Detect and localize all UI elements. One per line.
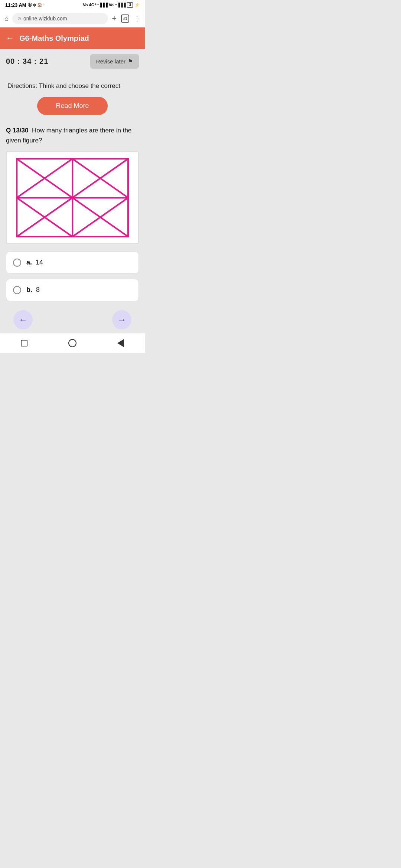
status-left: 11:23 AM ⓑ ψ 🏠 · (5, 2, 45, 8)
network-icons: Vo 4G⁺ᐧᐧ▐▐▐ Vo ᐧᐧ▐▐▐ (83, 3, 125, 7)
recent-apps-button[interactable] (19, 338, 29, 348)
timer-row: 00 : 34 : 21 Revise later ⚑ (6, 54, 139, 69)
directions-text: Directions: Think and choose the correct (7, 81, 137, 91)
question-section: Q 13/30 How many triangles are there in … (6, 125, 139, 145)
battery-icon: 3 (127, 2, 133, 8)
flag-icon: ⚑ (128, 58, 133, 65)
circle-icon (68, 339, 76, 347)
back-system-button[interactable] (115, 338, 126, 348)
status-bar: 11:23 AM ⓑ ψ 🏠 · Vo 4G⁺ᐧᐧ▐▐▐ Vo ᐧᐧ▐▐▐ 3 … (0, 0, 145, 10)
radio-a[interactable] (13, 259, 21, 267)
radio-b[interactable] (13, 286, 21, 294)
revise-later-button[interactable]: Revise later ⚑ (90, 54, 139, 69)
url-box[interactable]: ⊙ online.wizklub.com (12, 13, 108, 24)
status-right: Vo 4G⁺ᐧᐧ▐▐▐ Vo ᐧᐧ▐▐▐ 3 ⚡ (83, 2, 140, 8)
question-text: Q 13/30 How many triangles are there in … (6, 125, 139, 145)
option-a-label: a. 14 (26, 259, 43, 266)
tab-switcher[interactable]: :D (121, 14, 129, 23)
status-time: 11:23 AM (5, 2, 26, 8)
browser-actions: + :D ⋮ (112, 14, 140, 23)
triangle-figure (13, 155, 132, 240)
timer-display: 00 : 34 : 21 (6, 57, 48, 66)
main-content: 00 : 34 : 21 Revise later ⚑ Directions: … (0, 49, 145, 333)
question-number: Q 13/30 (6, 127, 29, 134)
page-title: G6-Maths Olympiad (19, 34, 89, 43)
option-b[interactable]: b. 8 (6, 279, 139, 301)
menu-icon[interactable]: ⋮ (134, 14, 140, 23)
browser-bar: ⌂ ⊙ online.wizklub.com + :D ⋮ (0, 10, 145, 27)
home-icon[interactable]: ⌂ (4, 15, 9, 23)
square-icon (21, 340, 27, 346)
read-more-button[interactable]: Read More (37, 97, 107, 115)
option-a[interactable]: a. 14 (6, 251, 139, 274)
nav-footer: ← → (6, 306, 139, 333)
charging-icon: ⚡ (134, 3, 140, 7)
add-tab-icon[interactable]: + (112, 14, 117, 23)
back-button[interactable]: ← (6, 33, 14, 43)
url-text: online.wizklub.com (23, 16, 67, 22)
option-b-label: b. 8 (26, 286, 40, 294)
revise-label: Revise later (96, 58, 125, 65)
page-header: ← G6-Maths Olympiad (0, 27, 145, 49)
triangle-back-icon (117, 339, 124, 347)
figure-container (6, 151, 139, 244)
system-nav (0, 333, 145, 353)
prev-button[interactable]: ← (13, 310, 33, 329)
next-button[interactable]: → (112, 310, 131, 329)
directions-box: Directions: Think and choose the correct… (6, 75, 139, 118)
home-button[interactable] (67, 338, 78, 348)
lock-icon: ⊙ (17, 16, 21, 21)
status-icons: ⓑ ψ 🏠 · (28, 2, 45, 8)
